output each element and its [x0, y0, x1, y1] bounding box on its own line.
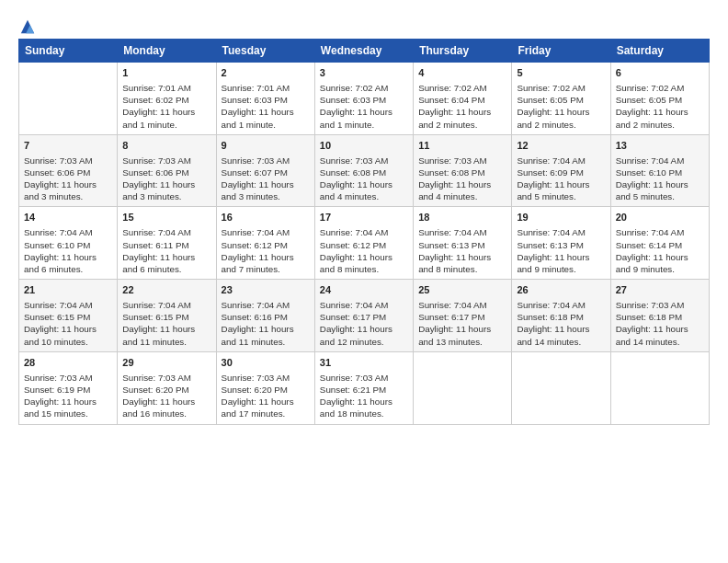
day-number: 25	[418, 283, 506, 297]
day-number: 24	[320, 283, 408, 297]
day-info: Sunrise: 7:01 AM Sunset: 6:02 PM Dayligh…	[122, 82, 210, 131]
day-info: Sunrise: 7:04 AM Sunset: 6:16 PM Dayligh…	[222, 299, 310, 348]
day-info: Sunrise: 7:02 AM Sunset: 6:05 PM Dayligh…	[616, 82, 704, 131]
calendar-cell: 19Sunrise: 7:04 AM Sunset: 6:13 PM Dayli…	[512, 207, 610, 280]
day-number: 16	[222, 211, 310, 224]
calendar-cell: 31Sunrise: 7:03 AM Sunset: 6:21 PM Dayli…	[314, 351, 413, 424]
calendar-cell: 7Sunrise: 7:03 AM Sunset: 6:06 PM Daylig…	[19, 134, 118, 207]
col-header-tuesday: Tuesday	[216, 40, 314, 63]
calendar-cell: 15Sunrise: 7:04 AM Sunset: 6:11 PM Dayli…	[118, 207, 216, 280]
day-info: Sunrise: 7:03 AM Sunset: 6:08 PM Dayligh…	[320, 155, 408, 203]
day-number: 8	[122, 139, 210, 153]
day-info: Sunrise: 7:03 AM Sunset: 6:08 PM Dayligh…	[418, 155, 506, 203]
day-info: Sunrise: 7:02 AM Sunset: 6:03 PM Dayligh…	[320, 82, 408, 131]
day-number: 12	[517, 139, 605, 153]
col-header-saturday: Saturday	[610, 40, 709, 63]
calendar-cell: 5Sunrise: 7:02 AM Sunset: 6:05 PM Daylig…	[512, 63, 610, 135]
day-info: Sunrise: 7:04 AM Sunset: 6:15 PM Dayligh…	[122, 299, 210, 348]
week-row-1: 7Sunrise: 7:03 AM Sunset: 6:06 PM Daylig…	[19, 134, 710, 207]
week-row-4: 28Sunrise: 7:03 AM Sunset: 6:19 PM Dayli…	[19, 351, 710, 424]
header	[18, 18, 710, 31]
calendar-cell: 24Sunrise: 7:04 AM Sunset: 6:17 PM Dayli…	[314, 280, 413, 352]
day-info: Sunrise: 7:03 AM Sunset: 6:06 PM Dayligh…	[24, 155, 112, 203]
day-info: Sunrise: 7:04 AM Sunset: 6:17 PM Dayligh…	[418, 299, 506, 348]
day-info: Sunrise: 7:03 AM Sunset: 6:06 PM Dayligh…	[122, 155, 210, 203]
day-number: 14	[24, 211, 112, 224]
day-number: 22	[122, 283, 210, 297]
day-info: Sunrise: 7:02 AM Sunset: 6:05 PM Dayligh…	[517, 82, 605, 131]
day-info: Sunrise: 7:01 AM Sunset: 6:03 PM Dayligh…	[222, 82, 310, 131]
week-row-3: 21Sunrise: 7:04 AM Sunset: 6:15 PM Dayli…	[19, 280, 710, 352]
calendar-cell	[19, 63, 118, 135]
day-info: Sunrise: 7:04 AM Sunset: 6:15 PM Dayligh…	[24, 299, 112, 348]
day-number: 15	[122, 211, 210, 224]
day-info: Sunrise: 7:04 AM Sunset: 6:10 PM Dayligh…	[616, 155, 704, 203]
calendar-body: 1Sunrise: 7:01 AM Sunset: 6:02 PM Daylig…	[19, 63, 710, 425]
calendar-cell	[512, 351, 610, 424]
calendar-cell: 27Sunrise: 7:03 AM Sunset: 6:18 PM Dayli…	[610, 280, 709, 352]
day-info: Sunrise: 7:04 AM Sunset: 6:17 PM Dayligh…	[320, 299, 408, 348]
day-info: Sunrise: 7:03 AM Sunset: 6:21 PM Dayligh…	[320, 372, 408, 420]
calendar-cell: 29Sunrise: 7:03 AM Sunset: 6:20 PM Dayli…	[118, 351, 216, 424]
day-info: Sunrise: 7:03 AM Sunset: 6:18 PM Dayligh…	[616, 299, 704, 348]
day-number: 1	[122, 66, 210, 80]
calendar-cell: 16Sunrise: 7:04 AM Sunset: 6:12 PM Dayli…	[216, 207, 314, 280]
day-info: Sunrise: 7:04 AM Sunset: 6:10 PM Dayligh…	[24, 226, 112, 275]
day-number: 26	[517, 283, 605, 297]
page: SundayMondayTuesdayWednesdayThursdayFrid…	[0, 0, 728, 563]
calendar-cell: 9Sunrise: 7:03 AM Sunset: 6:07 PM Daylig…	[216, 134, 314, 207]
day-info: Sunrise: 7:02 AM Sunset: 6:04 PM Dayligh…	[418, 82, 506, 131]
day-number: 21	[24, 283, 112, 297]
day-info: Sunrise: 7:04 AM Sunset: 6:11 PM Dayligh…	[122, 226, 210, 275]
day-number: 28	[24, 356, 112, 370]
calendar-cell: 13Sunrise: 7:04 AM Sunset: 6:10 PM Dayli…	[610, 134, 709, 207]
day-info: Sunrise: 7:04 AM Sunset: 6:13 PM Dayligh…	[517, 226, 605, 275]
day-info: Sunrise: 7:04 AM Sunset: 6:12 PM Dayligh…	[222, 226, 310, 275]
day-number: 17	[320, 211, 408, 224]
day-number: 19	[517, 211, 605, 224]
calendar-cell: 6Sunrise: 7:02 AM Sunset: 6:05 PM Daylig…	[610, 63, 709, 135]
calendar-cell: 21Sunrise: 7:04 AM Sunset: 6:15 PM Dayli…	[19, 280, 118, 352]
col-header-thursday: Thursday	[414, 40, 512, 63]
day-number: 3	[320, 66, 408, 80]
day-info: Sunrise: 7:04 AM Sunset: 6:18 PM Dayligh…	[517, 299, 605, 348]
day-info: Sunrise: 7:03 AM Sunset: 6:19 PM Dayligh…	[24, 372, 112, 420]
col-header-monday: Monday	[118, 40, 216, 63]
calendar-cell: 22Sunrise: 7:04 AM Sunset: 6:15 PM Dayli…	[118, 280, 216, 352]
calendar-table: SundayMondayTuesdayWednesdayThursdayFrid…	[18, 39, 710, 425]
day-info: Sunrise: 7:04 AM Sunset: 6:12 PM Dayligh…	[320, 226, 408, 275]
calendar-cell: 18Sunrise: 7:04 AM Sunset: 6:13 PM Dayli…	[414, 207, 512, 280]
calendar-header: SundayMondayTuesdayWednesdayThursdayFrid…	[19, 40, 710, 63]
calendar-cell: 28Sunrise: 7:03 AM Sunset: 6:19 PM Dayli…	[19, 351, 118, 424]
day-number: 18	[418, 211, 506, 224]
day-number: 6	[616, 66, 704, 80]
day-number: 20	[616, 211, 704, 224]
day-info: Sunrise: 7:03 AM Sunset: 6:07 PM Dayligh…	[222, 155, 310, 203]
calendar-cell: 10Sunrise: 7:03 AM Sunset: 6:08 PM Dayli…	[314, 134, 413, 207]
day-number: 30	[222, 356, 310, 370]
col-header-sunday: Sunday	[19, 40, 118, 63]
logo	[18, 18, 36, 31]
calendar-cell: 23Sunrise: 7:04 AM Sunset: 6:16 PM Dayli…	[216, 280, 314, 352]
day-number: 9	[222, 139, 310, 153]
week-row-0: 1Sunrise: 7:01 AM Sunset: 6:02 PM Daylig…	[19, 63, 710, 135]
day-info: Sunrise: 7:03 AM Sunset: 6:20 PM Dayligh…	[122, 372, 210, 420]
day-number: 10	[320, 139, 408, 153]
day-number: 23	[222, 283, 310, 297]
day-number: 2	[222, 66, 310, 80]
calendar-cell: 4Sunrise: 7:02 AM Sunset: 6:04 PM Daylig…	[414, 63, 512, 135]
calendar-cell: 8Sunrise: 7:03 AM Sunset: 6:06 PM Daylig…	[118, 134, 216, 207]
day-number: 29	[122, 356, 210, 370]
calendar-cell: 12Sunrise: 7:04 AM Sunset: 6:09 PM Dayli…	[512, 134, 610, 207]
col-header-friday: Friday	[512, 40, 610, 63]
day-number: 31	[320, 356, 408, 370]
day-number: 4	[418, 66, 506, 80]
day-number: 13	[616, 139, 704, 153]
calendar-cell: 17Sunrise: 7:04 AM Sunset: 6:12 PM Dayli…	[314, 207, 413, 280]
header-row: SundayMondayTuesdayWednesdayThursdayFrid…	[19, 40, 710, 63]
calendar-cell	[414, 351, 512, 424]
calendar-cell: 25Sunrise: 7:04 AM Sunset: 6:17 PM Dayli…	[414, 280, 512, 352]
day-number: 27	[616, 283, 704, 297]
day-info: Sunrise: 7:04 AM Sunset: 6:14 PM Dayligh…	[616, 226, 704, 275]
logo-icon	[19, 18, 36, 35]
